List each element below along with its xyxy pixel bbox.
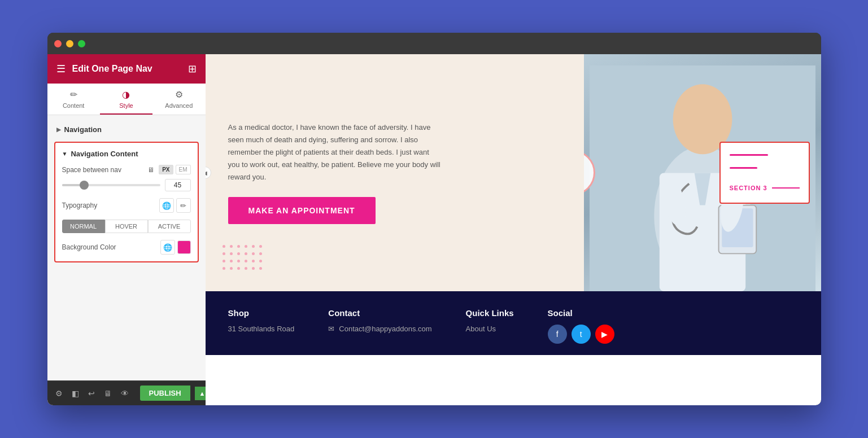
slider-track [62,184,160,186]
collapse-panel-arrow[interactable]: ◀ [206,167,211,179]
browser-content: ☰ Edit One Page Nav ⊞ ✏ Content ◑ Style … [47,54,821,405]
bg-globe-icon[interactable]: 🌐 [160,240,175,255]
footer-col-quicklinks: Quick Links About Us [466,308,514,344]
gear-icon: ⚙ [175,89,183,100]
slider-wrapper [62,181,160,190]
tab-content[interactable]: ✏ Content [47,84,100,115]
slider-fill [62,184,82,186]
nav-line-1 [730,154,768,156]
footer-contact-heading: Contact [328,308,431,318]
nav-content-label: Navigation Content [71,150,138,158]
nav-overlay: SECTION 3 [719,142,810,204]
pencil-icon: ✏ [70,89,77,100]
background-color-row: Background Color 🌐 [62,240,191,255]
globe-icon[interactable]: 🌐 [159,198,174,213]
state-tabs: NORMAL HOVER ACTIVE [62,220,191,233]
tab-style[interactable]: ◑ Style [100,84,152,115]
state-tab-hover[interactable]: HOVER [105,220,148,233]
navigation-section-label: Navigation [64,125,102,134]
layers-icon[interactable]: ◧ [69,387,81,400]
hamburger-icon[interactable]: ☰ [56,63,66,75]
twitter-icon[interactable]: t [572,325,591,344]
facebook-icon[interactable]: f [548,325,567,344]
tab-style-label: Style [119,102,133,109]
eye-icon[interactable]: 👁 [119,387,131,400]
footer-quicklinks-aboutus[interactable]: About Us [466,325,514,333]
slider-row: 45 [62,179,191,191]
color-swatch[interactable] [177,240,191,254]
tab-content-label: Content [63,102,85,109]
nav-content-header: ▼ Navigation Content [62,150,191,158]
typography-label: Typography [62,202,159,209]
main-content: As a medical doctor, I have known the fa… [206,54,821,405]
footer-shop-address: 31 Southlands Road [228,325,295,333]
chevron-down-icon: ▼ [62,151,68,157]
unit-px-button[interactable]: PX [159,165,173,174]
hero-text: As a medical doctor, I have known the fa… [228,121,443,183]
edit-icon[interactable]: ✏ [176,198,191,213]
dot-red[interactable] [54,40,62,47]
nav-section-label: SECTION 3 [730,185,800,191]
footer-contact-email: Contact@happyaddons.com [339,325,431,333]
hero-section: As a medical doctor, I have known the fa… [206,54,821,291]
panel-tabs: ✏ Content ◑ Style ⚙ Advanced [47,84,206,115]
nav-content-section: ▼ Navigation Content Space between nav 🖥… [54,142,199,262]
state-tab-active[interactable]: ACTIVE [148,220,191,233]
grid-icon[interactable]: ⊞ [188,63,197,75]
slider-value-input[interactable]: 45 [165,179,191,191]
dot-yellow[interactable] [66,40,73,47]
footer-shop-heading: Shop [228,308,295,318]
bg-color-controls: 🌐 [160,240,191,255]
footer-contact-email-row: ✉ Contact@happyaddons.com [328,325,431,333]
hero-right: SECTION 3 [584,54,821,291]
slider-thumb[interactable] [80,181,89,190]
monitor-icon: 🖥 [147,166,154,174]
footer-col-shop: Shop 31 Southlands Road [228,308,295,344]
navigation-section-header[interactable]: ▶ Navigation [47,120,206,139]
typography-row: Typography 🌐 ✏ [62,198,191,213]
dots-pattern [223,245,262,274]
bottom-toolbar: ⚙ ◧ ↩ 🖥 👁 PUBLISH ▲ [47,380,206,405]
panel-body: ▶ Navigation ▼ Navigation Content Space … [47,115,206,380]
nav-line-2 [730,167,758,169]
responsive-icon[interactable]: 🖥 [102,387,114,400]
background-color-label: Background Color [62,243,160,251]
panel-header: ☰ Edit One Page Nav ⊞ [47,54,206,84]
typography-controls: 🌐 ✏ [159,198,191,213]
space-between-nav-row: Space between nav 🖥 PX EM [62,165,191,174]
unit-em-button[interactable]: EM [176,165,191,174]
page-content: As a medical doctor, I have known the fa… [206,54,821,405]
hero-left: As a medical doctor, I have known the fa… [206,54,584,291]
panel-header-left: ☰ Edit One Page Nav [56,63,152,75]
space-between-nav-controls: 🖥 PX EM [147,165,190,174]
dot-green[interactable] [78,40,85,47]
tab-advanced[interactable]: ⚙ Advanced [152,84,205,115]
browser-titlebar [47,33,821,54]
style-icon: ◑ [122,89,130,100]
tab-advanced-label: Advanced [165,102,193,109]
chevron-right-icon: ▶ [56,126,61,133]
youtube-icon[interactable]: ▶ [595,325,614,344]
email-icon: ✉ [328,325,334,333]
settings-icon[interactable]: ⚙ [53,387,65,400]
panel-title: Edit One Page Nav [72,64,152,74]
browser-window: ☰ Edit One Page Nav ⊞ ✏ Content ◑ Style … [47,33,821,405]
publish-button[interactable]: PUBLISH [140,386,190,401]
left-panel: ☰ Edit One Page Nav ⊞ ✏ Content ◑ Style … [47,54,206,405]
appointment-button[interactable]: MAKE AN APPOINTMENT [228,197,376,224]
state-tab-normal[interactable]: NORMAL [62,220,105,233]
nav-section-text: SECTION 3 [730,185,767,191]
footer-section: Shop 31 Southlands Road Contact ✉ Contac… [206,291,821,355]
space-between-nav-label: Space between nav [62,166,148,174]
nav-section-line [772,187,800,189]
footer-quicklinks-heading: Quick Links [466,308,514,318]
footer-social-heading: Social [548,308,614,318]
footer-col-contact: Contact ✉ Contact@happyaddons.com [328,308,431,344]
social-icons: f t ▶ [548,325,614,344]
footer-col-social: Social f t ▶ [548,308,614,344]
history-icon[interactable]: ↩ [86,387,97,400]
